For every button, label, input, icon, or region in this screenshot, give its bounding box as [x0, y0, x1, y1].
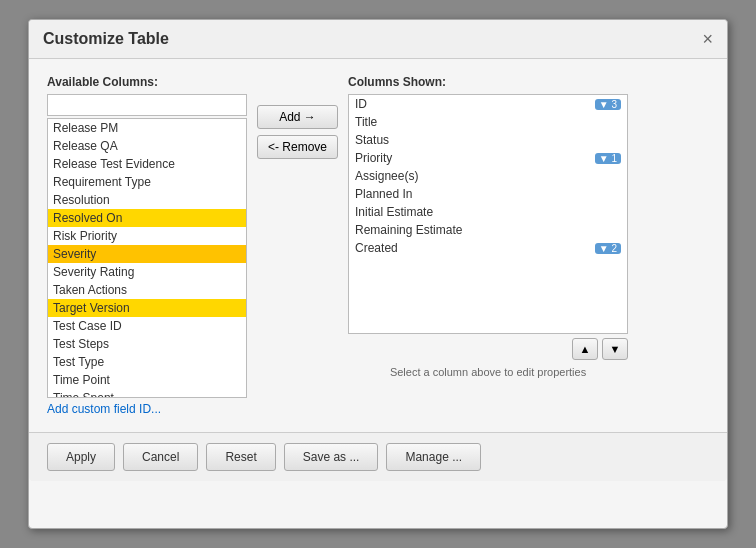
add-custom-field-link[interactable]: Add custom field ID...	[47, 402, 247, 416]
shown-item[interactable]: Title	[349, 113, 627, 131]
list-item[interactable]: Taken Actions	[48, 281, 246, 299]
available-columns-panel: Available Columns: Release PMRelease QAR…	[47, 75, 247, 416]
shown-item[interactable]: Created▼ 2	[349, 239, 627, 257]
shown-item[interactable]: Planned In	[349, 185, 627, 203]
columns-shown-label: Columns Shown:	[348, 75, 709, 89]
list-item[interactable]: Risk Priority	[48, 227, 246, 245]
apply-button[interactable]: Apply	[47, 443, 115, 471]
dialog-footer: Apply Cancel Reset Save as ... Manage ..…	[29, 432, 727, 481]
shown-item[interactable]: Assignee(s)	[349, 167, 627, 185]
hint-text: Select a column above to edit properties	[348, 366, 628, 378]
dialog-body: Available Columns: Release PMRelease QAR…	[29, 59, 727, 432]
list-item[interactable]: Time Point	[48, 371, 246, 389]
list-item[interactable]: Release PM	[48, 119, 246, 137]
list-item[interactable]: Target Version	[48, 299, 246, 317]
shown-item[interactable]: Remaining Estimate	[349, 221, 627, 239]
reset-button[interactable]: Reset	[206, 443, 275, 471]
column-badge: ▼ 3	[595, 99, 621, 110]
customize-table-dialog: Customize Table × Available Columns: Rel…	[28, 19, 728, 529]
available-columns-label: Available Columns:	[47, 75, 247, 89]
shown-item[interactable]: Initial Estimate	[349, 203, 627, 221]
shown-item[interactable]: ID▼ 3	[349, 95, 627, 113]
move-up-button[interactable]: ▲	[572, 338, 598, 360]
list-item[interactable]: Test Case ID	[48, 317, 246, 335]
list-item[interactable]: Time Spent	[48, 389, 246, 398]
columns-shown-list[interactable]: ID▼ 3TitleStatusPriority▼ 1Assignee(s)Pl…	[348, 94, 628, 334]
move-down-button[interactable]: ▼	[602, 338, 628, 360]
columns-area: Available Columns: Release PMRelease QAR…	[47, 75, 709, 416]
list-item[interactable]: Release Test Evidence	[48, 155, 246, 173]
columns-shown-panel: Columns Shown: ID▼ 3TitleStatusPriority▼…	[348, 75, 709, 378]
list-item[interactable]: Release QA	[48, 137, 246, 155]
list-item[interactable]: Resolved On	[48, 209, 246, 227]
move-buttons: ▲ ▼	[348, 338, 628, 360]
list-item[interactable]: Requirement Type	[48, 173, 246, 191]
close-button[interactable]: ×	[702, 30, 713, 48]
remove-button[interactable]: <- Remove	[257, 135, 338, 159]
list-item[interactable]: Resolution	[48, 191, 246, 209]
transfer-buttons: Add → <- Remove	[257, 75, 338, 159]
add-button[interactable]: Add →	[257, 105, 338, 129]
cancel-button[interactable]: Cancel	[123, 443, 198, 471]
save-as-button[interactable]: Save as ...	[284, 443, 379, 471]
shown-item[interactable]: Priority▼ 1	[349, 149, 627, 167]
column-badge: ▼ 1	[595, 153, 621, 164]
list-item[interactable]: Severity Rating	[48, 263, 246, 281]
list-item[interactable]: Test Type	[48, 353, 246, 371]
dialog-title: Customize Table	[43, 30, 169, 48]
manage-button[interactable]: Manage ...	[386, 443, 481, 471]
dialog-header: Customize Table ×	[29, 20, 727, 59]
shown-item[interactable]: Status	[349, 131, 627, 149]
search-input[interactable]	[47, 94, 247, 116]
available-columns-list[interactable]: Release PMRelease QARelease Test Evidenc…	[47, 118, 247, 398]
column-badge: ▼ 2	[595, 243, 621, 254]
list-item[interactable]: Test Steps	[48, 335, 246, 353]
list-item[interactable]: Severity	[48, 245, 246, 263]
